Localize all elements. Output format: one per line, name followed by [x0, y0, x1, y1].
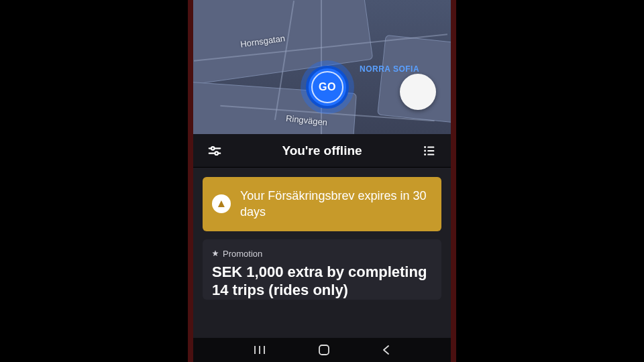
list-icon[interactable] [420, 141, 439, 160]
back-button[interactable] [382, 345, 391, 355]
preferences-icon[interactable] [205, 141, 224, 160]
recents-button[interactable] [253, 345, 266, 355]
svg-rect-5 [427, 146, 434, 147]
promotion-tag: Promotion [212, 249, 432, 259]
svg-rect-7 [427, 149, 434, 151]
status-bar: You're offline [193, 134, 451, 168]
warning-icon: ▲ [212, 194, 231, 213]
status-title: You're offline [282, 143, 362, 158]
svg-rect-13 [319, 345, 329, 355]
go-button-label: GO [311, 71, 343, 103]
warning-glyph: ▲ [216, 197, 227, 210]
svg-point-3 [215, 152, 218, 155]
alert-text: Your Försäkringsbrev expires in 30 days [240, 188, 432, 221]
phone-frame: Hornsgatan Ringvägen NORRA SOFIA GO You'… [188, 0, 456, 362]
locate-button[interactable] [400, 74, 436, 110]
promotion-card[interactable]: Promotion SEK 1,000 extra by completing … [203, 239, 441, 300]
svg-point-8 [424, 154, 426, 156]
district-label: NORRA SOFIA [360, 64, 419, 74]
bottom-panel: ▲ Your Försäkringsbrev expires in 30 day… [193, 168, 451, 338]
go-button[interactable]: GO [306, 66, 349, 109]
document-expiry-alert[interactable]: ▲ Your Försäkringsbrev expires in 30 day… [203, 177, 441, 231]
svg-rect-9 [427, 154, 434, 155]
android-navbar [193, 338, 451, 362]
promotion-title: SEK 1,000 extra by completing 14 trips (… [212, 263, 432, 300]
svg-point-4 [424, 146, 426, 148]
home-button[interactable] [318, 344, 330, 356]
map-view[interactable]: Hornsgatan Ringvägen NORRA SOFIA GO [193, 0, 451, 134]
svg-point-6 [424, 149, 426, 152]
svg-point-1 [211, 147, 215, 150]
